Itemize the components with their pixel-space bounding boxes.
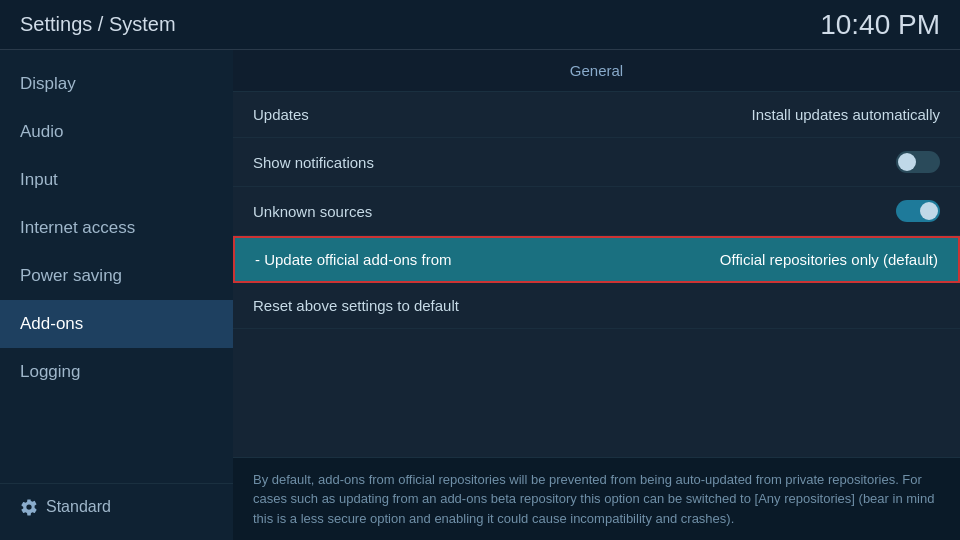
setting-row-reset-settings[interactable]: Reset above settings to default [233, 283, 960, 329]
sidebar-item-label: Audio [20, 122, 63, 142]
content-area: General Updates Install updates automati… [233, 50, 960, 540]
header: Settings / System 10:40 PM [0, 0, 960, 50]
setting-row-updates[interactable]: Updates Install updates automatically [233, 92, 960, 138]
gear-icon [20, 498, 38, 516]
setting-label-show-notifications: Show notifications [253, 154, 374, 171]
sidebar-item-logging[interactable]: Logging [0, 348, 233, 396]
sidebar-item-internet-access[interactable]: Internet access [0, 204, 233, 252]
page-title: Settings / System [20, 13, 176, 36]
description-footer: By default, add-ons from official reposi… [233, 457, 960, 541]
sidebar-item-audio[interactable]: Audio [0, 108, 233, 156]
toggle-unknown-sources[interactable] [896, 200, 940, 222]
sidebar-item-label: Internet access [20, 218, 135, 238]
sidebar-item-label: Add-ons [20, 314, 83, 334]
sidebar: Display Audio Input Internet access Powe… [0, 50, 233, 540]
toggle-knob [920, 202, 938, 220]
sidebar-item-label: Input [20, 170, 58, 190]
setting-row-update-official-add-ons[interactable]: - Update official add-ons from Official … [233, 236, 960, 283]
sidebar-item-add-ons[interactable]: Add-ons [0, 300, 233, 348]
section-header: General [233, 50, 960, 92]
sidebar-item-power-saving[interactable]: Power saving [0, 252, 233, 300]
main-layout: Display Audio Input Internet access Powe… [0, 50, 960, 540]
settings-list: Updates Install updates automatically Sh… [233, 92, 960, 457]
setting-label-updates: Updates [253, 106, 309, 123]
setting-value-updates: Install updates automatically [752, 106, 940, 123]
setting-label-reset-settings: Reset above settings to default [253, 297, 459, 314]
clock: 10:40 PM [820, 9, 940, 41]
setting-label-update-official-add-ons: - Update official add-ons from [255, 251, 452, 268]
sidebar-item-display[interactable]: Display [0, 60, 233, 108]
sidebar-item-label: Display [20, 74, 76, 94]
toggle-knob [898, 153, 916, 171]
toggle-show-notifications[interactable] [896, 151, 940, 173]
sidebar-item-label: Power saving [20, 266, 122, 286]
sidebar-item-label: Logging [20, 362, 81, 382]
setting-row-show-notifications[interactable]: Show notifications [233, 138, 960, 187]
sidebar-footer[interactable]: Standard [0, 483, 233, 530]
setting-row-unknown-sources[interactable]: Unknown sources [233, 187, 960, 236]
setting-value-update-official-add-ons: Official repositories only (default) [720, 251, 938, 268]
setting-label-unknown-sources: Unknown sources [253, 203, 372, 220]
sidebar-item-input[interactable]: Input [0, 156, 233, 204]
profile-label: Standard [46, 498, 111, 516]
